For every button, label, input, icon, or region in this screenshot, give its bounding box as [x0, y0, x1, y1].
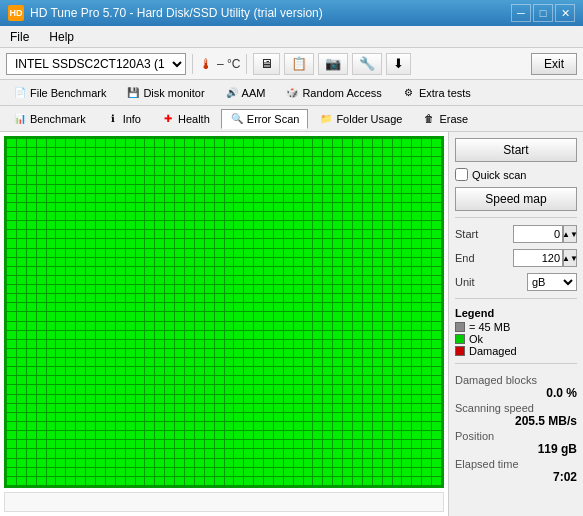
grid-cell	[412, 477, 421, 485]
close-button[interactable]: ✕	[555, 4, 575, 22]
grid-cell	[47, 385, 56, 393]
menu-help[interactable]: Help	[43, 28, 80, 46]
grid-cell	[333, 477, 342, 485]
grid-cell	[7, 176, 16, 184]
grid-cell	[126, 404, 135, 412]
grid-cell	[393, 349, 402, 357]
grid-cell	[17, 148, 26, 156]
grid-cell	[284, 322, 293, 330]
end-spinner[interactable]: ▲▼	[563, 249, 577, 267]
error-scan-grid	[4, 136, 444, 488]
grid-cell	[383, 185, 392, 193]
tab-file-benchmark[interactable]: 📄 File Benchmark	[4, 83, 115, 103]
tab-erase[interactable]: 🗑 Erase	[413, 109, 477, 129]
grid-cell	[116, 449, 125, 457]
grid-cell	[27, 449, 36, 457]
grid-cell	[323, 258, 332, 266]
grid-cell	[126, 367, 135, 375]
grid-cell	[244, 203, 253, 211]
grid-cell	[225, 468, 234, 476]
grid-cell	[383, 477, 392, 485]
grid-cell	[264, 176, 273, 184]
grid-cell	[432, 440, 441, 448]
grid-cell	[116, 349, 125, 357]
grid-cell	[234, 185, 243, 193]
grid-cell	[145, 349, 154, 357]
tab-error-scan[interactable]: 🔍 Error Scan	[221, 109, 309, 129]
grid-cell	[165, 294, 174, 302]
grid-cell	[383, 157, 392, 165]
unit-select[interactable]: gB MB %	[527, 273, 577, 291]
menu-bar: File Help	[0, 26, 583, 48]
start-spinner[interactable]: ▲▼	[563, 225, 577, 243]
quick-scan-checkbox[interactable]	[455, 168, 468, 181]
grid-cell	[254, 139, 263, 147]
minimize-button[interactable]: ─	[511, 4, 531, 22]
grid-cell	[17, 221, 26, 229]
grid-cell	[373, 422, 382, 430]
divider-1	[455, 217, 577, 218]
grid-cell	[116, 203, 125, 211]
grid-cell	[66, 385, 75, 393]
toolbar-btn-3[interactable]: 📷	[318, 53, 348, 75]
grid-cell	[254, 349, 263, 357]
grid-cell	[353, 322, 362, 330]
grid-cell	[205, 230, 214, 238]
grid-cell	[264, 166, 273, 174]
grid-cell	[225, 422, 234, 430]
toolbar-btn-5[interactable]: ⬇	[386, 53, 411, 75]
grid-cell	[165, 212, 174, 220]
tab-folder-usage[interactable]: 📁 Folder Usage	[310, 109, 411, 129]
thermometer-icon: 🌡	[199, 56, 213, 72]
grid-cell	[432, 276, 441, 284]
grid-cell	[422, 431, 431, 439]
grid-cell	[126, 349, 135, 357]
start-input[interactable]	[513, 225, 563, 243]
grid-cell	[234, 212, 243, 220]
end-input[interactable]	[513, 249, 563, 267]
tab-extra-tests[interactable]: ⚙ Extra tests	[393, 83, 480, 103]
grid-cell	[274, 404, 283, 412]
tab-random-access[interactable]: 🎲 Random Access	[276, 83, 390, 103]
grid-cell	[313, 340, 322, 348]
grid-cell	[155, 285, 164, 293]
toolbar-btn-1[interactable]: 🖥	[253, 53, 280, 75]
grid-cell	[363, 249, 372, 257]
grid-cell	[47, 221, 56, 229]
grid-cell	[254, 449, 263, 457]
tab-info[interactable]: ℹ Info	[97, 109, 150, 129]
grid-cell	[195, 249, 204, 257]
tab-aam[interactable]: 🔊 AAM	[216, 83, 275, 103]
grid-cell	[76, 449, 85, 457]
grid-cell	[185, 459, 194, 467]
maximize-button[interactable]: □	[533, 4, 553, 22]
grid-cell	[17, 157, 26, 165]
grid-cell	[244, 249, 253, 257]
legend-title: Legend	[455, 307, 577, 319]
grid-cell	[66, 395, 75, 403]
grid-cell	[323, 294, 332, 302]
main-content: Start Quick scan Speed map Start ▲▼ End …	[0, 132, 583, 516]
toolbar-btn-4[interactable]: 🔧	[352, 53, 382, 75]
grid-cell	[215, 422, 224, 430]
grid-cell	[304, 395, 313, 403]
grid-cell	[136, 230, 145, 238]
grid-cell	[136, 267, 145, 275]
grid-cell	[333, 166, 342, 174]
toolbar-btn-2[interactable]: 📋	[284, 53, 314, 75]
grid-cell	[165, 185, 174, 193]
grid-cell	[96, 468, 105, 476]
grid-cell	[106, 331, 115, 339]
drive-select[interactable]: INTEL SSDSC2CT120A3 (120 gB)	[6, 53, 186, 75]
grid-cell	[126, 148, 135, 156]
tab-disk-monitor[interactable]: 💾 Disk monitor	[117, 83, 213, 103]
tab-health[interactable]: ✚ Health	[152, 109, 219, 129]
grid-cell	[175, 230, 184, 238]
grid-cell	[323, 322, 332, 330]
tab-benchmark[interactable]: 📊 Benchmark	[4, 109, 95, 129]
speed-map-button[interactable]: Speed map	[455, 187, 577, 211]
exit-button[interactable]: Exit	[531, 53, 577, 75]
grid-cell	[155, 395, 164, 403]
menu-file[interactable]: File	[4, 28, 35, 46]
start-button[interactable]: Start	[455, 138, 577, 162]
